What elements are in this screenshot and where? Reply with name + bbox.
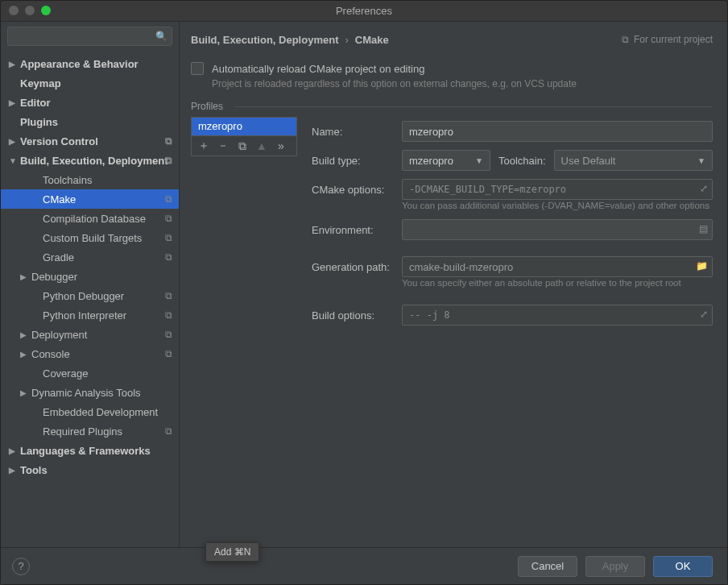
sidebar-item-label: Console xyxy=(31,348,70,360)
settings-tree[interactable]: ▶Appearance & BehaviorKeymap▶EditorPlugi… xyxy=(1,49,179,547)
copy-icon: ⧉ xyxy=(165,193,172,205)
expand-icon[interactable]: ⤢ xyxy=(700,309,708,320)
sidebar-item-label: Embedded Development xyxy=(43,406,158,418)
auto-reload-checkbox[interactable] xyxy=(191,62,204,75)
sidebar-item[interactable]: ▶Tools xyxy=(1,460,179,479)
close-icon[interactable] xyxy=(9,6,19,15)
sidebar-item[interactable]: CMake⧉ xyxy=(1,189,179,209)
sidebar-item[interactable]: Keymap xyxy=(1,73,179,93)
breadcrumb-b[interactable]: CMake xyxy=(355,34,389,46)
build-options-label: Build options: xyxy=(312,309,402,322)
search-icon: 🔍 xyxy=(155,31,168,42)
auto-reload-row[interactable]: Automatically reload CMake project on ed… xyxy=(191,62,713,75)
copy-icon: ⧉ xyxy=(165,309,172,321)
chevron-icon: ▶ xyxy=(9,446,20,455)
profiles-list[interactable]: mzeropro xyxy=(191,117,297,135)
sidebar-item[interactable]: Compilation Database⧉ xyxy=(1,209,179,228)
add-tooltip: Add ⌘N xyxy=(205,542,259,562)
sidebar: 🔍 ▶Appearance & BehaviorKeymap▶EditorPlu… xyxy=(1,22,180,547)
sidebar-item-label: Appearance & Behavior xyxy=(20,58,139,70)
sidebar-item[interactable]: ▶Editor xyxy=(1,93,179,112)
sidebar-item[interactable]: ▶Dynamic Analysis Tools xyxy=(1,383,179,402)
sidebar-item[interactable]: Plugins xyxy=(1,112,179,131)
sidebar-item[interactable]: Embedded Development xyxy=(1,402,179,421)
expand-icon[interactable]: ⤢ xyxy=(700,183,708,194)
sidebar-item[interactable]: Custom Build Targets⧉ xyxy=(1,228,179,247)
copy-icon: ⧉ xyxy=(165,232,172,243)
sidebar-item-label: Deployment xyxy=(31,329,87,341)
cmake-options-field[interactable] xyxy=(402,179,713,200)
sidebar-item[interactable]: ▶Appearance & Behavior xyxy=(1,54,179,73)
help-button[interactable]: ? xyxy=(12,558,30,575)
sidebar-item[interactable]: ▶Deployment⧉ xyxy=(1,325,179,344)
sidebar-item-label: CMake xyxy=(43,193,76,205)
profile-item[interactable]: mzeropro xyxy=(192,118,296,135)
preferences-window: Preferences 🔍 ▶Appearance & BehaviorKeym… xyxy=(0,0,728,585)
generation-path-help: You can specify either an absolute path … xyxy=(402,278,713,288)
sidebar-item-label: Tools xyxy=(20,464,48,476)
search-input[interactable] xyxy=(7,27,172,46)
toolchain-label: Toolchain: xyxy=(498,155,546,167)
sidebar-item[interactable]: ▶Languages & Frameworks xyxy=(1,441,179,460)
auto-reload-label: Automatically reload CMake project on ed… xyxy=(212,63,424,75)
name-field[interactable] xyxy=(402,121,713,142)
dialog-footer: ? Add ⌘N Cancel Apply OK xyxy=(1,547,727,584)
sidebar-item-label: Required Plugins xyxy=(43,425,122,438)
list-icon[interactable]: ▤ xyxy=(699,223,708,234)
sidebar-item[interactable]: Gradle⧉ xyxy=(1,247,179,267)
copy-icon: ⧉ xyxy=(622,34,629,45)
sidebar-item[interactable]: ▶Console⧉ xyxy=(1,344,179,363)
folder-icon[interactable]: 📁 xyxy=(696,260,708,272)
environment-label: Environment: xyxy=(312,224,402,236)
sidebar-item[interactable]: ▼Build, Execution, Deployment⧉ xyxy=(1,151,179,170)
chevron-icon: ▶ xyxy=(9,98,20,107)
sidebar-item-label: Dynamic Analysis Tools xyxy=(31,387,141,399)
sidebar-item[interactable]: Toolchains xyxy=(1,170,179,189)
minimize-icon[interactable] xyxy=(25,6,35,15)
up-button[interactable]: ▲ xyxy=(253,137,271,155)
copy-icon: ⧉ xyxy=(165,213,172,224)
sidebar-item-label: Languages & Frameworks xyxy=(20,445,151,457)
sidebar-item-label: Python Interpreter xyxy=(43,309,126,322)
cmake-options-label: CMake options: xyxy=(312,184,402,196)
cmake-options-help: You can pass additional variables (-DVAR… xyxy=(402,201,713,210)
remove-button[interactable]: － xyxy=(214,137,232,155)
copy-icon: ⧉ xyxy=(165,290,172,301)
copy-button[interactable]: ⧉ xyxy=(234,137,251,155)
titlebar: Preferences xyxy=(1,1,727,22)
zoom-icon[interactable] xyxy=(41,6,51,15)
build-type-label: Build type: xyxy=(312,155,402,167)
copy-icon: ⧉ xyxy=(165,348,172,359)
chevron-icon: ▶ xyxy=(9,60,20,68)
chevron-down-icon: ▼ xyxy=(691,156,705,165)
more-button[interactable]: » xyxy=(272,137,290,155)
sidebar-item-label: Version Control xyxy=(20,135,98,147)
breadcrumb-a[interactable]: Build, Execution, Deployment xyxy=(191,34,338,46)
sidebar-item-label: Toolchains xyxy=(43,174,92,186)
sidebar-item-label: Custom Build Targets xyxy=(43,232,142,244)
sidebar-item[interactable]: Python Interpreter⧉ xyxy=(1,305,179,325)
sidebar-item[interactable]: ▶Version Control⧉ xyxy=(1,131,179,151)
chevron-icon: ▶ xyxy=(20,330,31,339)
build-type-select[interactable]: mzeropro ▼ xyxy=(402,150,490,171)
chevron-right-icon: › xyxy=(345,34,348,46)
sidebar-item[interactable]: ▶Debugger xyxy=(1,267,179,286)
apply-button[interactable]: Apply xyxy=(585,556,645,577)
ok-button[interactable]: OK xyxy=(653,556,713,577)
sidebar-item[interactable]: Python Debugger⧉ xyxy=(1,286,179,305)
cancel-button[interactable]: Cancel xyxy=(518,556,577,577)
toolchain-select[interactable]: Use Default ▼ xyxy=(554,150,713,171)
add-button[interactable]: ＋ xyxy=(195,137,213,155)
window-title: Preferences xyxy=(1,5,727,17)
sidebar-item-label: Editor xyxy=(20,97,51,109)
copy-icon: ⧉ xyxy=(165,155,172,166)
traffic-lights xyxy=(9,6,51,15)
sidebar-item-label: Python Debugger xyxy=(43,290,124,302)
generation-path-field[interactable] xyxy=(402,256,713,277)
sidebar-item-label: Keymap xyxy=(20,77,61,89)
sidebar-item[interactable]: Coverage xyxy=(1,363,179,383)
build-options-field[interactable] xyxy=(402,305,713,326)
environment-field[interactable] xyxy=(402,219,713,240)
chevron-icon: ▶ xyxy=(9,137,20,146)
sidebar-item[interactable]: Required Plugins⧉ xyxy=(1,421,179,441)
